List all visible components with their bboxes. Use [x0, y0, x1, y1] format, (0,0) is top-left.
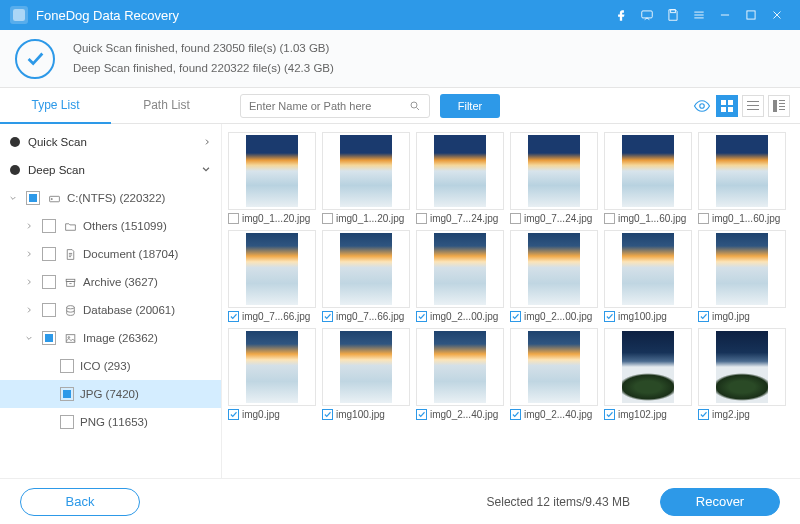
view-list-button[interactable]: [742, 95, 764, 117]
thumbnail[interactable]: [604, 328, 692, 406]
drive-icon: [46, 192, 62, 205]
filter-button[interactable]: Filter: [440, 94, 500, 118]
file-item[interactable]: img0_7...66.jpg: [322, 230, 410, 322]
file-checkbox[interactable]: [228, 409, 239, 420]
sidebar-item-others[interactable]: Others (151099): [0, 212, 221, 240]
maximize-icon[interactable]: [738, 0, 764, 30]
file-item[interactable]: img0.jpg: [698, 230, 786, 322]
file-name: img0_1...20.jpg: [242, 213, 310, 224]
svg-rect-1: [642, 11, 653, 18]
share-fb-icon[interactable]: [608, 0, 634, 30]
menu-icon[interactable]: [686, 0, 712, 30]
file-checkbox[interactable]: [322, 213, 333, 224]
sidebar-item-database[interactable]: Database (20061): [0, 296, 221, 324]
thumbnail[interactable]: [228, 328, 316, 406]
thumbnail[interactable]: [322, 132, 410, 210]
file-item[interactable]: img100.jpg: [322, 328, 410, 420]
thumbnail[interactable]: [322, 328, 410, 406]
search-input[interactable]: [249, 100, 409, 112]
file-item[interactable]: img0_2...00.jpg: [510, 230, 598, 322]
sidebar-item-quick-scan[interactable]: Quick Scan: [0, 128, 221, 156]
thumbnail[interactable]: [416, 132, 504, 210]
preview-icon[interactable]: [692, 97, 712, 115]
tab-type-list[interactable]: Type List: [0, 88, 111, 124]
svg-rect-11: [66, 334, 75, 342]
file-name: img100.jpg: [618, 311, 667, 322]
back-button[interactable]: Back: [20, 488, 140, 516]
sidebar-item-deep-scan[interactable]: Deep Scan: [0, 156, 221, 184]
checkmark-icon: [15, 39, 55, 79]
file-checkbox[interactable]: [322, 311, 333, 322]
sidebar-item-image[interactable]: Image (26362): [0, 324, 221, 352]
thumbnail[interactable]: [510, 328, 598, 406]
file-checkbox[interactable]: [698, 213, 709, 224]
file-checkbox[interactable]: [698, 311, 709, 322]
file-checkbox[interactable]: [510, 409, 521, 420]
thumbnail[interactable]: [698, 328, 786, 406]
minimize-icon[interactable]: [712, 0, 738, 30]
file-item[interactable]: img0_2...40.jpg: [510, 328, 598, 420]
thumbnail[interactable]: [510, 132, 598, 210]
file-checkbox[interactable]: [228, 311, 239, 322]
sidebar-item-drive[interactable]: C:(NTFS) (220322): [0, 184, 221, 212]
recover-button[interactable]: Recover: [660, 488, 780, 516]
sidebar-item-ico[interactable]: ICO (293): [0, 352, 221, 380]
sidebar-item-png[interactable]: PNG (11653): [0, 408, 221, 436]
thumbnail[interactable]: [698, 132, 786, 210]
file-item[interactable]: img0_1...60.jpg: [698, 132, 786, 224]
file-item[interactable]: img0_7...24.jpg: [416, 132, 504, 224]
file-item[interactable]: img0_1...20.jpg: [228, 132, 316, 224]
file-checkbox[interactable]: [604, 409, 615, 420]
file-checkbox[interactable]: [698, 409, 709, 420]
file-item[interactable]: img0.jpg: [228, 328, 316, 420]
file-checkbox[interactable]: [228, 213, 239, 224]
file-item[interactable]: img0_2...00.jpg: [416, 230, 504, 322]
svg-point-10: [66, 305, 74, 308]
sidebar-item-document[interactable]: Document (18704): [0, 240, 221, 268]
thumbnail[interactable]: [698, 230, 786, 308]
thumbnail[interactable]: [604, 132, 692, 210]
archive-icon: [62, 276, 78, 289]
file-item[interactable]: img0_7...24.jpg: [510, 132, 598, 224]
file-checkbox[interactable]: [322, 409, 333, 420]
selection-info: Selected 12 items/9.43 MB: [140, 495, 660, 509]
file-item[interactable]: img100.jpg: [604, 230, 692, 322]
file-item[interactable]: img2.jpg: [698, 328, 786, 420]
file-checkbox[interactable]: [604, 213, 615, 224]
file-item[interactable]: img0_2...40.jpg: [416, 328, 504, 420]
thumbnail[interactable]: [228, 230, 316, 308]
sidebar-item-jpg[interactable]: JPG (7420): [0, 380, 221, 408]
file-name: img2.jpg: [712, 409, 750, 420]
svg-point-7: [51, 198, 52, 199]
titlebar: FoneDog Data Recovery: [0, 0, 800, 30]
folder-icon: [62, 220, 78, 233]
thumbnail[interactable]: [416, 230, 504, 308]
view-detail-button[interactable]: [768, 95, 790, 117]
toolbar: Type List Path List Filter: [0, 88, 800, 124]
file-item[interactable]: img0_7...66.jpg: [228, 230, 316, 322]
file-checkbox[interactable]: [604, 311, 615, 322]
file-checkbox[interactable]: [510, 311, 521, 322]
file-checkbox[interactable]: [416, 213, 427, 224]
file-checkbox[interactable]: [416, 311, 427, 322]
close-icon[interactable]: [764, 0, 790, 30]
feedback-icon[interactable]: [634, 0, 660, 30]
file-checkbox[interactable]: [510, 213, 521, 224]
view-grid-button[interactable]: [716, 95, 738, 117]
image-icon: [62, 332, 78, 345]
search-box[interactable]: [240, 94, 430, 118]
thumbnail[interactable]: [510, 230, 598, 308]
thumbnail[interactable]: [416, 328, 504, 406]
tab-path-list[interactable]: Path List: [111, 88, 222, 124]
file-checkbox[interactable]: [416, 409, 427, 420]
database-icon: [62, 304, 78, 317]
save-icon[interactable]: [660, 0, 686, 30]
thumbnail[interactable]: [322, 230, 410, 308]
thumbnail[interactable]: [228, 132, 316, 210]
file-item[interactable]: img102.jpg: [604, 328, 692, 420]
thumbnail[interactable]: [604, 230, 692, 308]
file-item[interactable]: img0_1...60.jpg: [604, 132, 692, 224]
sidebar-item-archive[interactable]: Archive (3627): [0, 268, 221, 296]
file-name: img0_7...66.jpg: [336, 311, 404, 322]
file-item[interactable]: img0_1...20.jpg: [322, 132, 410, 224]
